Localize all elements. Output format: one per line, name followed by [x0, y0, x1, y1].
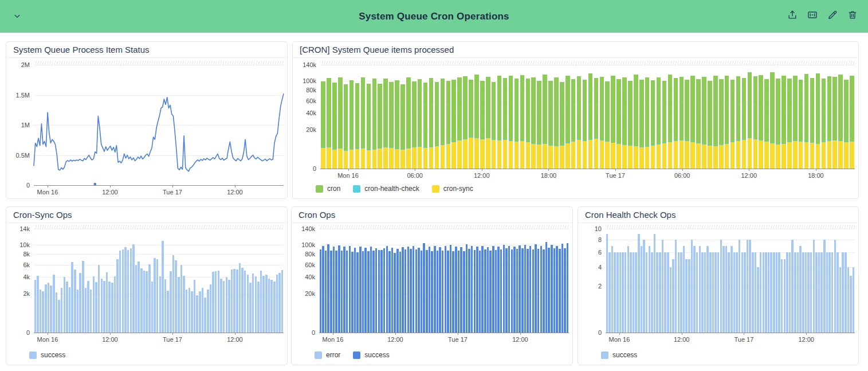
bar-cron-sync [560, 146, 564, 169]
bar-success [170, 271, 172, 333]
x-axis-label: Tue 17 [735, 336, 754, 343]
bar-success [122, 249, 124, 333]
bar-cron [662, 81, 667, 143]
bar-success [513, 247, 516, 333]
bar-cron-sync [634, 146, 638, 169]
bar-cron [764, 79, 769, 142]
bar-cron-sync [753, 139, 758, 169]
bar-cron [395, 80, 399, 149]
bar-cron [423, 83, 428, 147]
bar-cron-health-check [832, 140, 837, 140]
bar-cron [816, 73, 820, 143]
bar-success [196, 295, 198, 333]
bar-success [680, 252, 682, 333]
bar-cron-health-check [565, 143, 570, 143]
bar-cron-sync [418, 146, 422, 169]
bar-success [146, 271, 148, 333]
bar-cron-sync [583, 140, 587, 169]
timeseries-chart[interactable]: 2M1.5M1M0.5M0Mon 1612:00Tue 1712:00 [6, 58, 287, 198]
bar-cron-health-check [463, 139, 468, 139]
bar-success [202, 288, 204, 333]
bar-success [396, 249, 399, 333]
legend-item[interactable]: cron-health-check [353, 185, 419, 193]
bar-success [154, 258, 156, 333]
bar-success [529, 246, 532, 333]
bar-cron-health-check [616, 143, 621, 144]
bar-success [524, 245, 527, 333]
bar-cron [469, 80, 473, 137]
bar-cron-health-check [509, 140, 513, 141]
bar-success [730, 246, 733, 333]
legend-item[interactable]: success [353, 351, 389, 359]
gridline [319, 229, 569, 229]
bar-chart[interactable]: 140k100k80k60k40k20k0Mon 1612:00Tue 1712… [292, 224, 572, 365]
bar-success [468, 249, 470, 333]
bar-success [69, 287, 71, 333]
stacked-bar-chart[interactable]: 140k100k80k60k40k20k0Mon 1606:0012:0018:… [293, 58, 858, 198]
bar-success [741, 252, 744, 333]
legend-item[interactable]: success [601, 351, 637, 359]
legend-item[interactable]: cron [316, 185, 340, 193]
bar-cron-sync [770, 143, 775, 169]
legend-item[interactable]: error [315, 351, 340, 359]
bar-success [37, 276, 39, 333]
bar-success [132, 244, 135, 333]
bar-success [79, 273, 81, 333]
bar-cron-health-check [713, 146, 718, 146]
bar-cron-health-check [344, 150, 348, 151]
bar-cron-sync [514, 142, 519, 169]
bar-success [188, 288, 191, 333]
bar-cron [372, 79, 377, 149]
bar-cron [474, 75, 479, 138]
bar-success [215, 271, 217, 333]
group-header: System Queue Cron Operations [0, 0, 868, 33]
bar-success [606, 234, 608, 333]
bar-cron-health-check [435, 146, 439, 146]
bar-cron-health-check [748, 138, 752, 138]
bar-success [797, 252, 799, 333]
bar-cron [509, 76, 513, 140]
bar-success [223, 281, 225, 333]
bar-cron-health-check [446, 143, 451, 144]
bar-success [532, 249, 535, 333]
bar-success [351, 252, 354, 333]
bar-cron [594, 78, 599, 138]
x-axis-tick [619, 333, 620, 335]
bar-success [752, 252, 754, 333]
bar-success [415, 249, 418, 333]
bar-success [696, 252, 698, 333]
bar-cron [639, 80, 644, 147]
bar-cron-sync [708, 146, 712, 169]
bar-success [349, 246, 351, 333]
duplicate-icon[interactable] [806, 9, 819, 21]
bar-cron-sync [571, 142, 576, 169]
bar-cron-sync [719, 145, 724, 169]
export-icon[interactable] [786, 9, 799, 21]
bar-cron-health-check [810, 142, 815, 143]
panel-cron-ops: Cron Ops 140k100k80k60k40k20k0Mon 1612:0… [291, 206, 573, 365]
x-axis-label: Mon 16 [37, 189, 58, 196]
bar-chart[interactable]: 14k10k8k6k4k2k0Mon 1612:00Tue 1712:00suc… [6, 224, 287, 365]
x-axis-label: 12:00 [674, 336, 690, 343]
edit-icon[interactable] [826, 9, 839, 21]
bar-success [447, 251, 449, 333]
legend-swatch [601, 352, 608, 359]
bar-cron [713, 76, 718, 146]
bar-cron [690, 76, 695, 142]
chevron-down-icon[interactable] [10, 9, 24, 23]
gridline [34, 155, 284, 156]
bar-cron-sync [725, 144, 729, 169]
bar-cron-sync [799, 142, 803, 169]
bar-success [34, 280, 37, 333]
bar-cron [349, 80, 354, 150]
bar-cron-health-check [651, 145, 655, 146]
legend-item[interactable]: success [29, 351, 65, 359]
legend-item[interactable]: cron-sync [432, 185, 473, 193]
trash-icon[interactable] [846, 9, 859, 21]
y-axis-label: 40k [292, 274, 315, 281]
panel-cron-sync-ops: Cron-Sync Ops 14k10k8k6k4k2k0Mon 1612:00… [6, 206, 288, 365]
bar-cron-sync [816, 144, 820, 169]
bar-chart[interactable]: 1086420Mon 1612:00Tue 1712:00success [578, 224, 858, 365]
bar-cron-sync [639, 147, 644, 169]
bar-cron-health-check [822, 142, 826, 142]
